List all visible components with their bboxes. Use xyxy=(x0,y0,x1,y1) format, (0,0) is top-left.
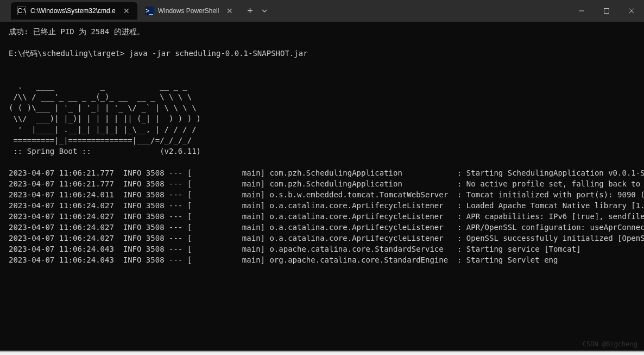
terminal-output[interactable]: 成功: 已终止 PID 为 2584 的进程。 E:\代码\scheduling… xyxy=(0,22,644,351)
tab-strip: C:\ C:\Windows\System32\cmd.e ✕ >_ Windo… xyxy=(0,0,569,22)
tab-label: C:\Windows\System32\cmd.e xyxy=(30,7,116,15)
cmd-icon: C:\ xyxy=(17,7,26,15)
watermark: CSDN @Bigcheng xyxy=(583,339,637,350)
new-tab-button[interactable]: + xyxy=(242,3,258,19)
minimize-button[interactable] xyxy=(569,0,594,22)
tab-cmd[interactable]: C:\ C:\Windows\System32\cmd.e ✕ xyxy=(11,2,137,20)
svg-rect-1 xyxy=(604,9,609,14)
tab-dropdown-button[interactable] xyxy=(258,3,271,19)
powershell-icon: >_ xyxy=(145,7,154,15)
close-button[interactable] xyxy=(619,0,644,22)
terminal-window: C:\ C:\Windows\System32\cmd.e ✕ >_ Windo… xyxy=(0,0,644,352)
window-controls xyxy=(569,0,644,22)
tab-powershell[interactable]: >_ Windows PowerShell ✕ xyxy=(138,2,241,20)
close-icon[interactable]: ✕ xyxy=(122,7,131,15)
maximize-button[interactable] xyxy=(594,0,619,22)
tab-label: Windows PowerShell xyxy=(158,7,219,15)
close-icon[interactable]: ✕ xyxy=(225,7,234,15)
window-titlebar: C:\ C:\Windows\System32\cmd.e ✕ >_ Windo… xyxy=(0,0,644,22)
terminal-text: 成功: 已终止 PID 为 2584 的进程。 E:\代码\scheduling… xyxy=(9,26,635,265)
